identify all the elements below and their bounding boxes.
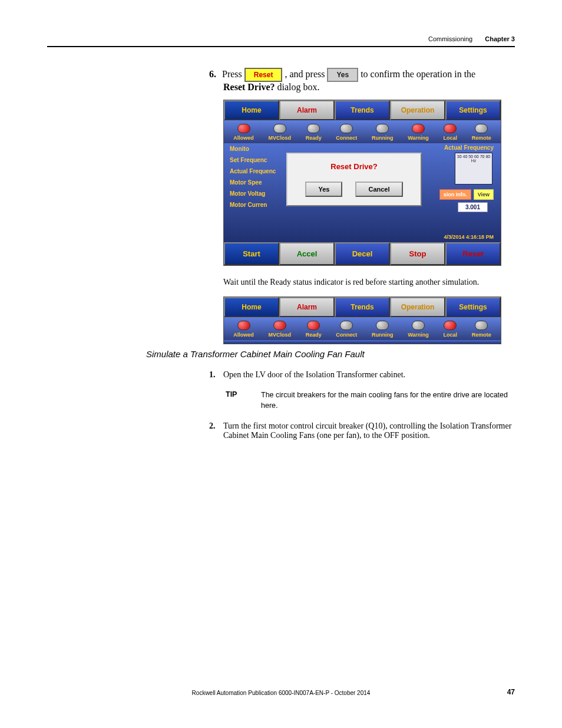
step-number: 6.: [209, 69, 216, 79]
tab-alarm: Alarm: [279, 297, 335, 317]
modal-yes-button: Yes: [305, 182, 342, 197]
side-setfreq: Set Frequenc: [230, 157, 276, 163]
decel-button: Decel: [335, 242, 390, 265]
status-warning: Warning: [408, 321, 429, 338]
tab-settings: Settings: [445, 100, 501, 120]
led-icon: [412, 321, 425, 330]
hmi2-body: [224, 340, 501, 344]
tab-operation: Operation: [390, 297, 445, 317]
modal-title: Reset Drive?: [287, 162, 421, 171]
status-ready: Ready: [306, 124, 322, 141]
reset-drive-dialog: Reset Drive? Yes Cancel: [286, 153, 422, 206]
wait-text: Wait until the Ready status indicator is…: [223, 276, 515, 288]
led-icon: [307, 124, 320, 133]
section-heading: Simulate a Transformer Cabinet Main Cool…: [146, 349, 365, 359]
step-text: Turn the first motor control circuit bre…: [223, 421, 515, 440]
hmi-bottom-row: Start Accel Decel Stop Reset: [224, 242, 501, 265]
publication-info: Rockwell Automation Publication 6000-IN0…: [0, 690, 562, 696]
hmi-screenshot-2: Home Alarm Trends Operation Settings All…: [223, 297, 501, 344]
led-icon: [412, 124, 425, 133]
status-running: Running: [372, 124, 394, 141]
timestamp: 4/3/2014 4:16:18 PM: [444, 234, 494, 240]
hmi-body: Monito Set Frequenc Actual Frequenc Moto…: [224, 143, 501, 242]
status-remote: Remote: [472, 124, 491, 141]
version-info-button: sion Info.: [439, 189, 471, 200]
dialog-name: Reset Drive?: [223, 82, 275, 92]
reset-button: Reset: [445, 242, 501, 265]
led-icon: [307, 321, 320, 330]
led-icon: [273, 321, 286, 330]
led-icon: [340, 124, 353, 133]
start-button: Start: [224, 242, 279, 265]
side-motorvolt: Motor Voltag: [230, 190, 276, 197]
side-motorspeed: Motor Spee: [230, 179, 276, 186]
led-icon: [237, 124, 250, 133]
status-local: Local: [443, 124, 457, 141]
hmi2-status-row: Allowed MVClosd Ready Connect Running Wa…: [224, 317, 501, 340]
page-footer: Rockwell Automation Publication 6000-IN0…: [0, 690, 562, 696]
header-chapter: Chapter 3: [485, 35, 515, 42]
tab-alarm: Alarm: [279, 100, 335, 120]
page-header: Commissioning Chapter 3: [428, 35, 515, 42]
hmi-screenshot-1: Home Alarm Trends Operation Settings All…: [223, 100, 501, 266]
led-icon: [376, 321, 389, 330]
led-icon: [444, 321, 457, 330]
status-allowed: Allowed: [233, 124, 254, 141]
led-icon: [273, 124, 286, 133]
led-icon: [340, 321, 353, 330]
frequency-value: 3.001: [458, 202, 488, 212]
status-running: Running: [372, 321, 394, 338]
side-motorcurr: Motor Curren: [230, 202, 276, 208]
tab-home: Home: [224, 100, 279, 120]
hmi-tabs: Home Alarm Trends Operation Settings: [224, 100, 501, 120]
step6-text-post2: dialog box.: [277, 82, 320, 92]
step-1: 1. Open the LV door of the Isolation Tra…: [209, 370, 515, 380]
tip-text: The circuit breakers for the main coolin…: [261, 390, 515, 411]
status-allowed: Allowed: [233, 321, 254, 338]
tab-home: Home: [224, 297, 279, 317]
hmi2-tabs: Home Alarm Trends Operation Settings: [224, 297, 501, 317]
led-icon: [475, 124, 488, 133]
tab-trends: Trends: [335, 297, 390, 317]
side-monitor: Monito: [230, 146, 276, 152]
status-warning: Warning: [408, 124, 429, 141]
status-mvclosd: MVClosd: [269, 124, 292, 141]
page-number: 47: [507, 688, 515, 696]
modal-cancel-button: Cancel: [355, 182, 402, 197]
status-local: Local: [443, 321, 457, 338]
header-rule: [47, 46, 515, 47]
yes-button-inline: Yes: [327, 68, 358, 82]
stop-button: Stop: [390, 242, 445, 265]
led-icon: [237, 321, 250, 330]
reset-button-inline: Reset: [244, 68, 283, 82]
status-ready: Ready: [306, 321, 322, 338]
status-remote: Remote: [472, 321, 491, 338]
frequency-gauge: 30 40 50 60 70 80 Hz: [455, 153, 492, 185]
led-icon: [376, 124, 389, 133]
tab-operation: Operation: [390, 100, 445, 120]
step-2: 2. Turn the first motor control circuit …: [209, 421, 515, 440]
tip-tag: TIP: [226, 390, 261, 411]
status-connect: Connect: [336, 321, 357, 338]
status-mvclosd: MVClosd: [269, 321, 292, 338]
step6-text-mid: , and press: [285, 69, 325, 79]
accel-button: Accel: [279, 242, 335, 265]
step-text: Open the LV door of the Isolation Transf…: [223, 370, 405, 380]
step6-text-post: to confirm the operation in the: [361, 69, 475, 79]
step-number: 1.: [209, 370, 223, 380]
step-6: 6. Press Reset , and press Yes to confir…: [209, 68, 515, 93]
step6-text-pre: Press: [222, 69, 242, 79]
status-connect: Connect: [336, 124, 357, 141]
header-title: Commissioning: [428, 35, 472, 42]
step-number: 2.: [209, 421, 223, 440]
tab-settings: Settings: [445, 297, 501, 317]
tip-block: TIP The circuit breakers for the main co…: [226, 390, 515, 411]
actual-frequency-label: Actual Frequency: [444, 144, 494, 151]
hmi-status-row: Allowed MVClosd Ready Connect Running Wa…: [224, 120, 501, 143]
led-icon: [444, 124, 457, 133]
side-labels: Monito Set Frequenc Actual Frequenc Moto…: [230, 146, 276, 213]
side-actfreq: Actual Frequenc: [230, 168, 276, 174]
tab-trends: Trends: [335, 100, 390, 120]
view-button: View: [474, 189, 494, 200]
led-icon: [475, 321, 488, 330]
